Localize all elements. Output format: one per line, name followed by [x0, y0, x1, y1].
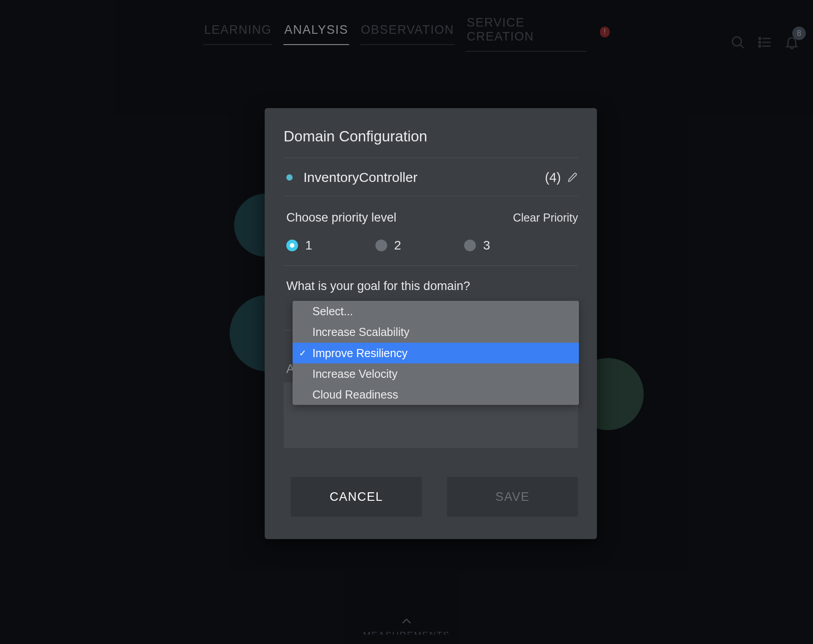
svg-point-6 [759, 45, 761, 47]
chevron-up-icon [400, 615, 413, 628]
goal-option-selected[interactable]: ✓ Improve Resiliency [293, 343, 579, 363]
goal-section: What is your goal for this domain? Selec… [284, 266, 578, 349]
notification-count-badge: 8 [792, 27, 806, 40]
check-icon: ✓ [299, 346, 307, 359]
tab-service-creation[interactable]: SERVICE CREATION [466, 11, 587, 52]
goal-option[interactable]: Increase Velocity [293, 363, 579, 384]
entity-row: InventoryController (4) [284, 158, 578, 196]
goal-label: What is your goal for this domain? [286, 279, 578, 293]
svg-point-4 [759, 41, 761, 43]
tab-observation[interactable]: OBSERVATION [360, 18, 455, 45]
alert-icon[interactable]: ! [600, 27, 610, 37]
tab-analysis[interactable]: ANALYSIS [284, 18, 349, 45]
entity-count: (4) [545, 170, 561, 185]
svg-line-1 [740, 45, 743, 48]
priority-option-1[interactable]: 1 [286, 238, 312, 253]
radio-icon [375, 240, 387, 251]
tab-learning[interactable]: LEARNING [203, 18, 273, 45]
priority-section: Choose priority level Clear Priority 1 2… [284, 196, 578, 266]
list-icon[interactable] [757, 35, 772, 50]
top-bar: LEARNING ANALYSIS OBSERVATION SERVICE CR… [0, 16, 813, 47]
top-icon-group: 8 [730, 35, 799, 50]
entity-status-dot [286, 174, 293, 181]
domain-config-modal: Domain Configuration InventoryController… [265, 108, 597, 539]
goal-option-label: Improve Resiliency [312, 347, 407, 359]
radio-icon [286, 240, 298, 251]
footer-measurements[interactable]: MEASUREMENTS [0, 615, 813, 644]
priority-radio-group: 1 2 3 [286, 238, 578, 253]
save-button[interactable]: SAVE [447, 477, 578, 517]
nav-tabs: LEARNING ANALYSIS OBSERVATION SERVICE CR… [203, 11, 610, 52]
notifications-icon[interactable]: 8 [784, 35, 799, 50]
goal-dropdown[interactable]: Select... Increase Scalability ✓ Improve… [293, 301, 579, 405]
entity-name: InventoryController [303, 170, 545, 185]
goal-option[interactable]: Increase Scalability [293, 322, 579, 342]
priority-number: 1 [305, 238, 312, 253]
footer-label: MEASUREMENTS [363, 630, 450, 640]
priority-option-3[interactable]: 3 [464, 238, 490, 253]
svg-point-0 [732, 37, 741, 46]
priority-number: 3 [483, 238, 490, 253]
clear-priority-link[interactable]: Clear Priority [513, 211, 578, 224]
goal-option[interactable]: Cloud Readiness [293, 384, 579, 405]
radio-icon [464, 240, 476, 251]
priority-label: Choose priority level [286, 211, 397, 225]
priority-number: 2 [394, 238, 402, 253]
modal-title: Domain Configuration [284, 128, 578, 158]
search-icon[interactable] [730, 35, 745, 50]
edit-icon[interactable] [567, 172, 578, 183]
priority-option-2[interactable]: 2 [375, 238, 402, 253]
goal-option-placeholder: Select... [293, 301, 579, 322]
svg-point-2 [759, 38, 761, 40]
cancel-button[interactable]: CANCEL [291, 477, 422, 517]
modal-actions: CANCEL SAVE [291, 477, 578, 517]
